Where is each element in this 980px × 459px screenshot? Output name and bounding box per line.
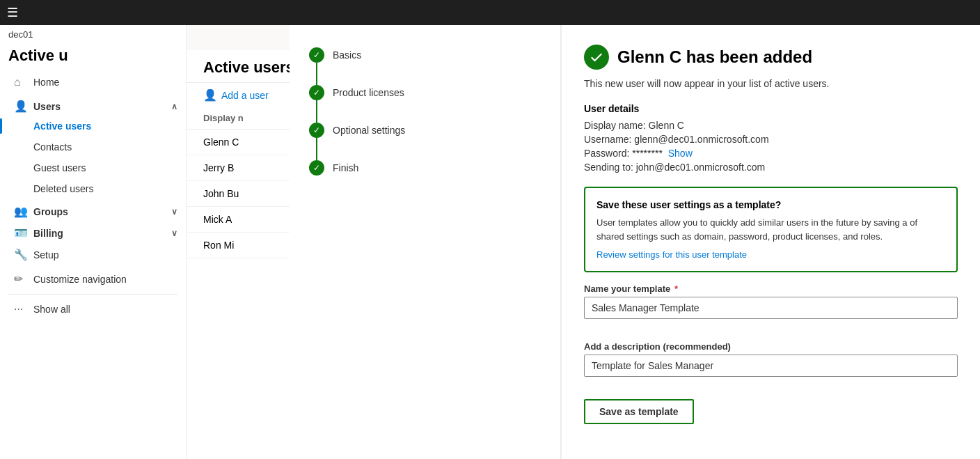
chevron-up-icon: ∧ [171, 102, 177, 111]
description-input[interactable] [584, 355, 958, 377]
sidebar-item-guest-users[interactable]: Guest users [0, 157, 186, 178]
template-card-title: Save these user settings as a template? [596, 199, 945, 210]
sidebar-item-billing[interactable]: 🪪 Billing ∨ [0, 221, 186, 242]
nav-divider [8, 294, 177, 295]
success-icon [584, 45, 609, 70]
sidebar-item-active-users[interactable]: Active users [0, 116, 186, 137]
required-star: * [672, 283, 678, 294]
setup-icon: 🔧 [14, 248, 28, 261]
password-row: Password: ******** Show [584, 148, 958, 159]
sidebar-item-deleted-users[interactable]: Deleted users [0, 178, 186, 199]
review-template-link[interactable]: Review settings for this user template [596, 249, 747, 260]
chevron-down-icon: ∨ [171, 228, 177, 238]
sidebar-item-label: Setup [33, 249, 59, 260]
sidebar-nav: ⌂ Home 👤 Users ∧ Active users Contacts G… [0, 70, 186, 459]
name-template-group: Name your template * [584, 283, 958, 330]
show-password-link[interactable]: Show [668, 148, 693, 159]
sidebar-item-users[interactable]: 👤 Users ∧ [0, 94, 186, 116]
sidebar-show-all[interactable]: ··· Show all [0, 297, 186, 321]
tenant-name: dec01 [0, 25, 186, 44]
sidebar-item-label: Customize navigation [33, 274, 127, 285]
sidebar-item-label: Active users [33, 120, 91, 132]
step-optional-icon: ✓ [309, 123, 324, 138]
sending-row: Sending to: john@dec01.onmicrosoft.com [584, 162, 958, 173]
description-group: Add a description (recommended) [584, 341, 958, 388]
step-licenses-label: Product licenses [333, 87, 404, 98]
show-all-label: Show all [33, 304, 70, 315]
add-icon: 👤 [203, 88, 217, 102]
description-label: Add a description (recommended) [584, 341, 958, 352]
user-name: Glenn C [203, 137, 239, 148]
display-name-row: Display name: Glenn C [584, 120, 958, 131]
result-panel: Glenn C has been added This new user wil… [561, 25, 980, 459]
save-template-button[interactable]: Save as template [584, 399, 694, 424]
success-subtitle: This new user will now appear in your li… [584, 78, 958, 89]
checkmark-icon [590, 50, 603, 64]
home-icon: ⌂ [14, 76, 28, 88]
sidebar-item-label: Deleted users [33, 183, 93, 194]
sidebar-item-setup[interactable]: 🔧 Setup [0, 242, 186, 267]
sidebar-item-label: Billing [33, 228, 63, 239]
success-header: Glenn C has been added [584, 45, 958, 70]
step-optional-label: Optional settings [333, 125, 405, 136]
user-name: John Bu [203, 188, 239, 199]
user-details-section: User details Display name: Glenn C Usern… [584, 103, 958, 173]
sidebar-item-label: Home [33, 77, 59, 88]
users-icon: 👤 [14, 100, 28, 113]
customize-icon: ✏ [14, 272, 28, 286]
wizard-panel: ✓ Basics ✓ Product licenses ✓ Optional s… [290, 25, 561, 459]
section-title: Active u [0, 44, 186, 70]
template-card-desc: User templates allow you to quickly add … [596, 216, 945, 243]
add-user-label: Add a user [221, 90, 269, 101]
sidebar-item-label: Guest users [33, 162, 86, 173]
sidebar-item-contacts[interactable]: Contacts [0, 137, 186, 157]
sidebar-item-label: Users [33, 101, 61, 112]
sidebar-item-label: Contacts [33, 141, 72, 153]
step-finish-icon: ✓ [309, 160, 324, 176]
template-card: Save these user settings as a template? … [584, 187, 958, 272]
col-display-name: Display n [203, 113, 244, 123]
user-details-title: User details [584, 103, 958, 114]
dots-icon: ··· [14, 303, 28, 316]
sidebar-item-customize[interactable]: ✏ Customize navigation [0, 267, 186, 291]
name-template-label: Name your template * [584, 283, 958, 294]
step-licenses-icon: ✓ [309, 85, 324, 100]
sidebar-item-home[interactable]: ⌂ Home [0, 70, 186, 94]
password-label: Password: ******** [584, 148, 663, 159]
sidebar: dec01 Active u ⌂ Home 👤 Users ∧ Active u… [0, 0, 187, 459]
step-basics-icon: ✓ [309, 47, 324, 63]
add-user-button[interactable]: 👤 Add a user [203, 88, 269, 102]
username-row: Username: glenn@dec01.onmicrosoft.com [584, 134, 958, 145]
groups-icon: 👥 [14, 205, 28, 218]
user-name: Ron Mi [203, 240, 234, 251]
chevron-down-icon: ∨ [171, 207, 177, 217]
hamburger-icon[interactable]: ☰ [7, 5, 18, 20]
step-basics-label: Basics [333, 49, 361, 61]
user-name: Mick A [203, 214, 232, 225]
topbar: ☰ [0, 0, 980, 25]
billing-icon: 🪪 [14, 226, 28, 240]
step-finish-label: Finish [333, 162, 358, 173]
user-name: Jerry B [203, 162, 234, 173]
name-template-input[interactable] [584, 297, 958, 319]
success-title: Glenn C has been added [617, 47, 812, 67]
sidebar-item-groups[interactable]: 👥 Groups ∨ [0, 199, 186, 221]
sidebar-item-label: Groups [33, 206, 68, 217]
